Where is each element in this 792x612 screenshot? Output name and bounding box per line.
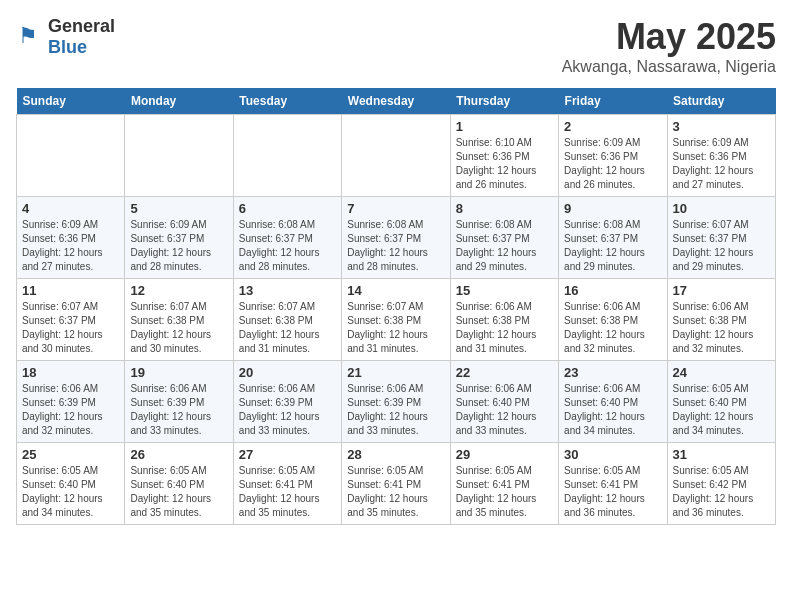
day-number: 27 (239, 447, 336, 462)
weekday-header: Tuesday (233, 88, 341, 115)
day-detail: Sunrise: 6:05 AMSunset: 6:41 PMDaylight:… (239, 465, 320, 518)
calendar-cell: 5 Sunrise: 6:09 AMSunset: 6:37 PMDayligh… (125, 197, 233, 279)
calendar-cell: 22 Sunrise: 6:06 AMSunset: 6:40 PMDaylig… (450, 361, 558, 443)
day-detail: Sunrise: 6:09 AMSunset: 6:37 PMDaylight:… (130, 219, 211, 272)
day-number: 5 (130, 201, 227, 216)
calendar-cell: 6 Sunrise: 6:08 AMSunset: 6:37 PMDayligh… (233, 197, 341, 279)
day-detail: Sunrise: 6:08 AMSunset: 6:37 PMDaylight:… (239, 219, 320, 272)
day-detail: Sunrise: 6:05 AMSunset: 6:41 PMDaylight:… (564, 465, 645, 518)
day-number: 23 (564, 365, 661, 380)
calendar-cell (17, 115, 125, 197)
day-detail: Sunrise: 6:06 AMSunset: 6:38 PMDaylight:… (564, 301, 645, 354)
day-detail: Sunrise: 6:08 AMSunset: 6:37 PMDaylight:… (564, 219, 645, 272)
day-number: 10 (673, 201, 770, 216)
logo: ⚑ General Blue (16, 16, 115, 58)
day-detail: Sunrise: 6:05 AMSunset: 6:42 PMDaylight:… (673, 465, 754, 518)
location-title: Akwanga, Nassarawa, Nigeria (562, 58, 776, 76)
day-number: 14 (347, 283, 444, 298)
calendar-cell: 31 Sunrise: 6:05 AMSunset: 6:42 PMDaylig… (667, 443, 775, 525)
calendar-cell: 10 Sunrise: 6:07 AMSunset: 6:37 PMDaylig… (667, 197, 775, 279)
calendar-cell: 30 Sunrise: 6:05 AMSunset: 6:41 PMDaylig… (559, 443, 667, 525)
day-number: 16 (564, 283, 661, 298)
calendar-cell: 21 Sunrise: 6:06 AMSunset: 6:39 PMDaylig… (342, 361, 450, 443)
calendar-cell: 9 Sunrise: 6:08 AMSunset: 6:37 PMDayligh… (559, 197, 667, 279)
month-title: May 2025 (562, 16, 776, 58)
day-number: 21 (347, 365, 444, 380)
calendar-week-row: 18 Sunrise: 6:06 AMSunset: 6:39 PMDaylig… (17, 361, 776, 443)
day-detail: Sunrise: 6:05 AMSunset: 6:40 PMDaylight:… (673, 383, 754, 436)
calendar-cell: 27 Sunrise: 6:05 AMSunset: 6:41 PMDaylig… (233, 443, 341, 525)
day-number: 15 (456, 283, 553, 298)
day-detail: Sunrise: 6:05 AMSunset: 6:41 PMDaylight:… (347, 465, 428, 518)
day-detail: Sunrise: 6:06 AMSunset: 6:40 PMDaylight:… (564, 383, 645, 436)
day-detail: Sunrise: 6:06 AMSunset: 6:39 PMDaylight:… (347, 383, 428, 436)
day-number: 9 (564, 201, 661, 216)
logo-icon: ⚑ (16, 23, 44, 51)
day-detail: Sunrise: 6:06 AMSunset: 6:39 PMDaylight:… (239, 383, 320, 436)
weekday-header-row: SundayMondayTuesdayWednesdayThursdayFrid… (17, 88, 776, 115)
day-number: 26 (130, 447, 227, 462)
day-number: 19 (130, 365, 227, 380)
day-number: 29 (456, 447, 553, 462)
day-detail: Sunrise: 6:07 AMSunset: 6:37 PMDaylight:… (673, 219, 754, 272)
day-detail: Sunrise: 6:08 AMSunset: 6:37 PMDaylight:… (347, 219, 428, 272)
day-number: 2 (564, 119, 661, 134)
day-number: 20 (239, 365, 336, 380)
day-detail: Sunrise: 6:06 AMSunset: 6:40 PMDaylight:… (456, 383, 537, 436)
calendar-cell: 2 Sunrise: 6:09 AMSunset: 6:36 PMDayligh… (559, 115, 667, 197)
calendar-cell: 28 Sunrise: 6:05 AMSunset: 6:41 PMDaylig… (342, 443, 450, 525)
calendar-cell: 17 Sunrise: 6:06 AMSunset: 6:38 PMDaylig… (667, 279, 775, 361)
day-detail: Sunrise: 6:05 AMSunset: 6:40 PMDaylight:… (130, 465, 211, 518)
day-detail: Sunrise: 6:06 AMSunset: 6:38 PMDaylight:… (456, 301, 537, 354)
day-detail: Sunrise: 6:06 AMSunset: 6:38 PMDaylight:… (673, 301, 754, 354)
calendar-cell: 23 Sunrise: 6:06 AMSunset: 6:40 PMDaylig… (559, 361, 667, 443)
day-number: 4 (22, 201, 119, 216)
day-number: 1 (456, 119, 553, 134)
calendar-cell: 14 Sunrise: 6:07 AMSunset: 6:38 PMDaylig… (342, 279, 450, 361)
day-detail: Sunrise: 6:07 AMSunset: 6:38 PMDaylight:… (130, 301, 211, 354)
calendar-cell: 29 Sunrise: 6:05 AMSunset: 6:41 PMDaylig… (450, 443, 558, 525)
calendar-cell: 20 Sunrise: 6:06 AMSunset: 6:39 PMDaylig… (233, 361, 341, 443)
day-detail: Sunrise: 6:09 AMSunset: 6:36 PMDaylight:… (564, 137, 645, 190)
day-number: 18 (22, 365, 119, 380)
calendar-cell: 1 Sunrise: 6:10 AMSunset: 6:36 PMDayligh… (450, 115, 558, 197)
logo-general: General (48, 16, 115, 36)
calendar-week-row: 25 Sunrise: 6:05 AMSunset: 6:40 PMDaylig… (17, 443, 776, 525)
day-detail: Sunrise: 6:07 AMSunset: 6:38 PMDaylight:… (347, 301, 428, 354)
day-detail: Sunrise: 6:05 AMSunset: 6:41 PMDaylight:… (456, 465, 537, 518)
calendar-cell (125, 115, 233, 197)
calendar-cell: 19 Sunrise: 6:06 AMSunset: 6:39 PMDaylig… (125, 361, 233, 443)
calendar-week-row: 4 Sunrise: 6:09 AMSunset: 6:36 PMDayligh… (17, 197, 776, 279)
day-detail: Sunrise: 6:06 AMSunset: 6:39 PMDaylight:… (130, 383, 211, 436)
day-number: 24 (673, 365, 770, 380)
calendar-cell: 13 Sunrise: 6:07 AMSunset: 6:38 PMDaylig… (233, 279, 341, 361)
calendar-cell: 26 Sunrise: 6:05 AMSunset: 6:40 PMDaylig… (125, 443, 233, 525)
calendar-cell (233, 115, 341, 197)
day-number: 30 (564, 447, 661, 462)
calendar-cell: 11 Sunrise: 6:07 AMSunset: 6:37 PMDaylig… (17, 279, 125, 361)
calendar-cell (342, 115, 450, 197)
weekday-header: Saturday (667, 88, 775, 115)
weekday-header: Monday (125, 88, 233, 115)
calendar-cell: 18 Sunrise: 6:06 AMSunset: 6:39 PMDaylig… (17, 361, 125, 443)
weekday-header: Wednesday (342, 88, 450, 115)
calendar-cell: 4 Sunrise: 6:09 AMSunset: 6:36 PMDayligh… (17, 197, 125, 279)
title-area: May 2025 Akwanga, Nassarawa, Nigeria (562, 16, 776, 76)
day-detail: Sunrise: 6:09 AMSunset: 6:36 PMDaylight:… (22, 219, 103, 272)
header: ⚑ General Blue May 2025 Akwanga, Nassara… (16, 16, 776, 76)
calendar-cell: 16 Sunrise: 6:06 AMSunset: 6:38 PMDaylig… (559, 279, 667, 361)
weekday-header: Thursday (450, 88, 558, 115)
weekday-header: Sunday (17, 88, 125, 115)
day-number: 6 (239, 201, 336, 216)
day-number: 11 (22, 283, 119, 298)
calendar-week-row: 1 Sunrise: 6:10 AMSunset: 6:36 PMDayligh… (17, 115, 776, 197)
weekday-header: Friday (559, 88, 667, 115)
calendar-cell: 24 Sunrise: 6:05 AMSunset: 6:40 PMDaylig… (667, 361, 775, 443)
day-number: 22 (456, 365, 553, 380)
calendar-cell: 8 Sunrise: 6:08 AMSunset: 6:37 PMDayligh… (450, 197, 558, 279)
day-detail: Sunrise: 6:09 AMSunset: 6:36 PMDaylight:… (673, 137, 754, 190)
day-number: 7 (347, 201, 444, 216)
day-number: 28 (347, 447, 444, 462)
day-number: 8 (456, 201, 553, 216)
day-number: 31 (673, 447, 770, 462)
